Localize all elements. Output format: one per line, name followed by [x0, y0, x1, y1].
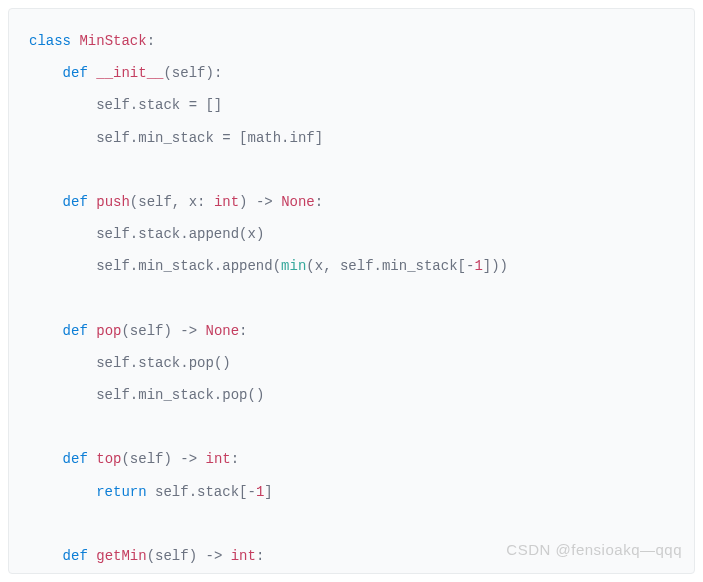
code-line: def push(self, x: int) -> None: — [29, 186, 674, 218]
code-line: self.min_stack.append(min(x, self.min_st… — [29, 250, 674, 282]
paren: ( — [163, 65, 171, 81]
code-line: self.stack.append(x) — [29, 218, 674, 250]
code-line: def pop(self) -> None: — [29, 315, 674, 347]
keyword-class: class — [29, 33, 71, 49]
func-pop: pop — [96, 323, 121, 339]
paren: ) — [205, 65, 213, 81]
code-block: class MinStack: def __init__(self): self… — [8, 8, 695, 574]
class-name: MinStack — [79, 33, 146, 49]
code-line: def top(self) -> int: — [29, 443, 674, 475]
blank-line — [29, 411, 674, 443]
blank-line — [29, 283, 674, 315]
func-getmin: getMin — [96, 548, 146, 564]
keyword-def: def — [63, 65, 88, 81]
func-init: __init__ — [96, 65, 163, 81]
param-self: self — [172, 65, 206, 81]
builtin-min: min — [281, 258, 306, 274]
code-line: return self.stack[-1] — [29, 476, 674, 508]
code-line: self.min_stack.pop() — [29, 379, 674, 411]
code-line: def __init__(self): — [29, 57, 674, 89]
func-top: top — [96, 451, 121, 467]
func-push: push — [96, 194, 130, 210]
code-line: return self.min_stack[-1] — [29, 572, 674, 574]
code-line: class MinStack: — [29, 25, 674, 57]
blank-line — [29, 508, 674, 540]
colon: : — [147, 33, 155, 49]
blank-line — [29, 154, 674, 186]
code-line: self.min_stack = [math.inf] — [29, 122, 674, 154]
code-line: def getMin(self) -> int: — [29, 540, 674, 572]
code-line: self.stack.pop() — [29, 347, 674, 379]
code-line: self.stack = [] — [29, 89, 674, 121]
